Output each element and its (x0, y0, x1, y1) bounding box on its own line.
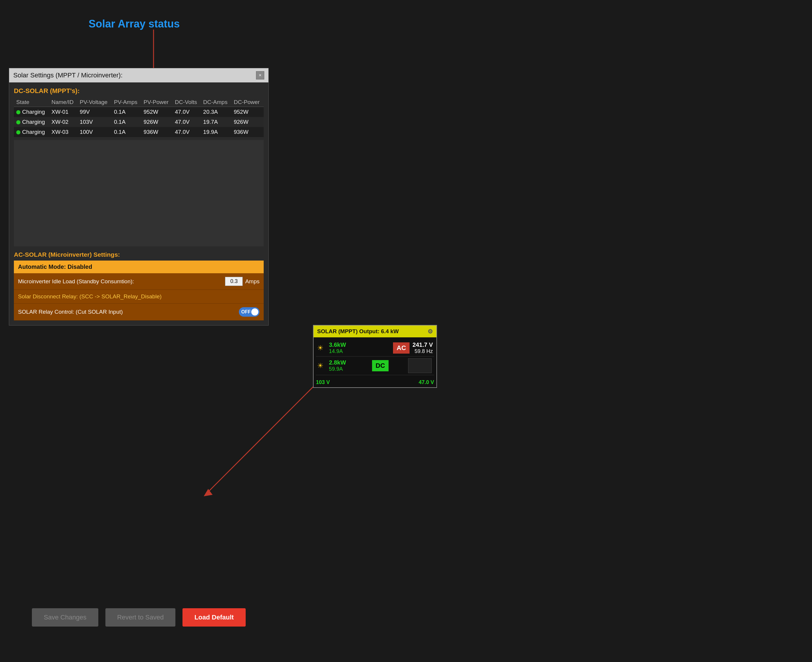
idle-load-row: Microinverter Idle Load (Standby Consumt… (14, 273, 264, 290)
ac-voltage: 241.7 V (412, 342, 433, 348)
cell-dc-amps: 20.3A (201, 107, 231, 117)
cell-name: XW-03 (49, 127, 77, 137)
ac-settings-body: Microinverter Idle Load (Standby Consumt… (14, 273, 264, 320)
cell-state: Charging (14, 127, 49, 137)
cell-dc-volts: 47.0V (172, 107, 201, 117)
footer-voltage-left: 103 V (316, 379, 330, 386)
cell-pv-amps: 0.1A (112, 127, 141, 137)
cell-dc-volts: 47.0V (172, 127, 201, 137)
disconnect-relay-label: Solar Disconnect Relay: (SCC -> SOLAR_Re… (18, 293, 260, 300)
save-changes-button[interactable]: Save Changes (32, 608, 98, 627)
widget-body: ☀ 3.6kW 14.9A AC 241.7 V 59.8 Hz ☀ 2.8kW… (314, 337, 436, 378)
cell-pv-power: 926W (141, 117, 172, 127)
cell-state: Charging (14, 117, 49, 127)
solar-array-annotation: Solar Array status (88, 18, 180, 30)
dialog-titlebar: Solar Settings (MPPT / Microinverter): × (9, 68, 268, 82)
dialog-body: DC-SOLAR (MPPT's): State Name/ID PV-Volt… (9, 82, 268, 325)
cell-state: Charging (14, 107, 49, 117)
cell-name: XW-01 (49, 107, 77, 117)
empty-display-area (14, 140, 264, 246)
col-name: Name/ID (49, 98, 77, 107)
widget-ac-data-left: 3.6kW 14.9A (329, 342, 390, 355)
cell-dc-amps: 19.7A (201, 117, 231, 127)
relay-control-row: SOLAR Relay Control: (Cut SOLAR Input) O… (14, 304, 264, 320)
mppt-table: State Name/ID PV-Voltage PV-Amps PV-Powe… (14, 98, 264, 137)
widget-title: SOLAR (MPPT) Output: 6.4 kW (317, 328, 399, 335)
status-dot (16, 120, 20, 124)
sun-icon-dc: ☀ (317, 362, 326, 370)
idle-load-value-container: Amps (225, 277, 260, 286)
cell-pv-voltage: 100V (77, 127, 112, 137)
toggle-off-label: OFF (241, 309, 251, 315)
cell-dc-power: 936W (231, 127, 264, 137)
table-row: Charging XW-01 99V 0.1A 952W 47.0V 20.3A… (14, 107, 264, 117)
col-pv-power: PV-Power (141, 98, 172, 107)
col-dc-volts: DC-Volts (172, 98, 201, 107)
gear-icon[interactable]: ⚙ (428, 328, 433, 335)
status-dot (16, 130, 20, 134)
solar-relay-toggle[interactable]: OFF (239, 307, 260, 317)
idle-load-label: Microinverter Idle Load (Standby Consumt… (18, 278, 225, 285)
bottom-buttons: Save Changes Revert to Saved Load Defaul… (9, 608, 269, 627)
cell-dc-power: 926W (231, 117, 264, 127)
widget-footer: 103 V 47.0 V (314, 378, 436, 387)
idle-load-unit: Amps (245, 278, 260, 285)
widget-dc-data-left: 2.8kW 59.9A (329, 359, 369, 372)
widget-ac-row: ☀ 3.6kW 14.9A AC 241.7 V 59.8 Hz (316, 340, 434, 357)
cell-pv-voltage: 103V (77, 117, 112, 127)
cell-pv-power: 952W (141, 107, 172, 117)
idle-load-input[interactable] (225, 277, 243, 286)
widget-ac-data-right: 241.7 V 59.8 Hz (412, 342, 433, 355)
col-dc-power: DC-Power (231, 98, 264, 107)
col-pv-amps: PV-Amps (112, 98, 141, 107)
cell-pv-voltage: 99V (77, 107, 112, 117)
ac-solar-header: AC-SOLAR (Microinverter) Settings: (14, 251, 264, 258)
col-pv-voltage: PV-Voltage (77, 98, 112, 107)
ac-amps: 14.9A (329, 348, 390, 355)
load-default-button[interactable]: Load Default (183, 608, 246, 627)
toggle-container: OFF (239, 307, 260, 317)
ac-badge: AC (393, 342, 409, 353)
table-row: Charging XW-02 103V 0.1A 926W 47.0V 19.7… (14, 117, 264, 127)
dc-amps: 59.9A (329, 366, 369, 372)
col-state: State (14, 98, 49, 107)
svg-marker-3 (204, 489, 213, 496)
cell-dc-volts: 47.0V (172, 117, 201, 127)
cell-pv-amps: 0.1A (112, 107, 141, 117)
cell-pv-amps: 0.1A (112, 117, 141, 127)
revert-button[interactable]: Revert to Saved (106, 608, 176, 627)
dialog-close-button[interactable]: × (256, 71, 264, 79)
dc-badge: DC (372, 360, 388, 371)
widget-header: SOLAR (MPPT) Output: 6.4 kW ⚙ (314, 326, 436, 337)
cell-name: XW-02 (49, 117, 77, 127)
disconnect-relay-row: Solar Disconnect Relay: (SCC -> SOLAR_Re… (14, 290, 264, 304)
cell-dc-amps: 19.9A (201, 127, 231, 137)
dc-chart (408, 358, 432, 373)
ac-power: 3.6kW (329, 342, 390, 348)
table-row: Charging XW-03 100V 0.1A 936W 47.0V 19.9… (14, 127, 264, 137)
widget-dc-row: ☀ 2.8kW 59.9A DC (316, 357, 434, 375)
solar-mppt-widget: SOLAR (MPPT) Output: 6.4 kW ⚙ ☀ 3.6kW 14… (313, 325, 437, 388)
ac-solar-section: AC-SOLAR (Microinverter) Settings: Autom… (14, 251, 264, 320)
solar-settings-dialog: Solar Settings (MPPT / Microinverter): ×… (9, 68, 269, 326)
footer-voltage-right: 47.0 V (419, 379, 434, 386)
dc-power: 2.8kW (329, 359, 369, 366)
dialog-title: Solar Settings (MPPT / Microinverter): (13, 71, 122, 79)
ac-hz: 59.8 Hz (412, 348, 433, 355)
cell-pv-power: 936W (141, 127, 172, 137)
col-dc-amps: DC-Amps (201, 98, 231, 107)
cell-dc-power: 952W (231, 107, 264, 117)
status-dot (16, 110, 20, 114)
ac-mode-row: Automatic Mode: Disabled (14, 260, 264, 273)
relay-control-label: SOLAR Relay Control: (Cut SOLAR Input) (18, 309, 239, 315)
sun-icon-ac: ☀ (317, 344, 326, 352)
toggle-knob (251, 309, 258, 315)
dc-solar-label: DC-SOLAR (MPPT's): (14, 87, 264, 95)
